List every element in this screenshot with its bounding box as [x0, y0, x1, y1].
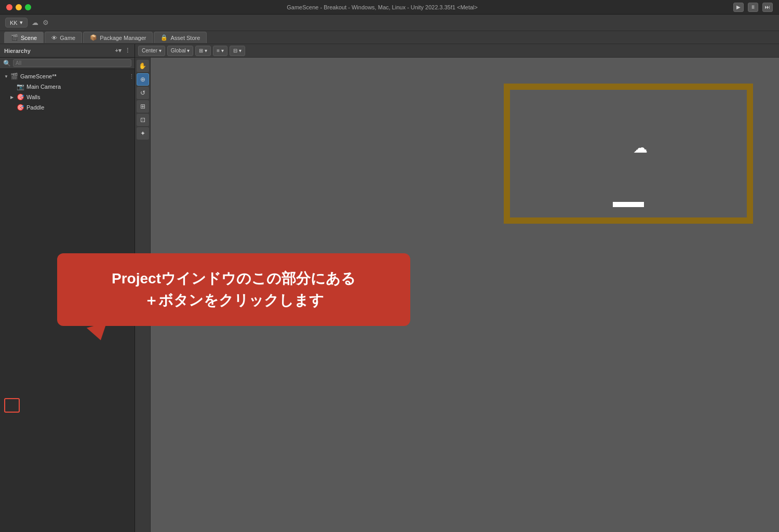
move-tool[interactable]: ⊕: [137, 73, 149, 86]
callout-line1: Projectウインドウのこの部分にある: [112, 268, 356, 290]
hierarchy-header: Hierarchy +▾ ⋮: [0, 44, 135, 58]
pause-button[interactable]: ⏸: [748, 3, 758, 12]
layout1-dropdown[interactable]: ⊞ ▾: [195, 46, 211, 56]
hierarchy-title: Hierarchy: [4, 48, 31, 54]
pkg-tab-icon: 📦: [90, 34, 97, 41]
global-dropdown[interactable]: Global ▾: [167, 46, 194, 56]
scale-tool[interactable]: ⊞: [137, 100, 149, 113]
dropdown-arrow-icon: ▾: [20, 19, 23, 26]
game-paddle: [613, 202, 644, 207]
play-button[interactable]: ▶: [733, 3, 744, 12]
callout-line2: ＋ボタンをクリックします: [144, 290, 324, 311]
scene-tab-icon: 🎬: [11, 34, 18, 41]
game-viewport-frame: ☁: [504, 84, 753, 224]
tab-package-manager[interactable]: 📦 Package Manager: [83, 32, 153, 43]
titlebar: GameScene - Breakout - Windows, Mac, Lin…: [0, 0, 779, 15]
traffic-lights: [6, 4, 31, 10]
hierarchy-add-icon[interactable]: +▾: [115, 47, 122, 54]
scene-toolbar: Center ▾ Global ▾ ⊞ ▾ ≡ ▾ ⊟ ▾: [135, 44, 779, 58]
step-button[interactable]: ⏭: [762, 3, 773, 12]
tree-item-walls[interactable]: ▶ 🎯 Walls: [0, 92, 135, 102]
tree-label-walls: Walls: [26, 94, 40, 100]
rect-tool[interactable]: ⊡: [137, 114, 149, 126]
center-label: Center ▾: [142, 48, 162, 53]
close-button[interactable]: [6, 4, 12, 10]
tree-item-paddle[interactable]: 🎯 Paddle: [0, 102, 135, 113]
callout-bubble: Projectウインドウのこの部分にある ＋ボタンをクリックします: [57, 253, 410, 326]
tree-item-main-camera[interactable]: 📷 Main Camera: [0, 81, 135, 92]
layout3-dropdown[interactable]: ⊟ ▾: [230, 46, 245, 56]
rotate-tool[interactable]: ↺: [137, 87, 149, 99]
walls-expand-arrow-icon: ▶: [10, 95, 17, 100]
tab-scene[interactable]: 🎬 Scene: [4, 32, 44, 43]
hierarchy-menu-icon[interactable]: ⋮: [125, 47, 130, 54]
hand-tool[interactable]: ✋: [137, 60, 149, 72]
tree-label-paddle: Paddle: [26, 104, 44, 111]
transform-tool[interactable]: ✦: [137, 127, 149, 140]
paddle-object-icon: 🎯: [17, 104, 24, 111]
tree-item-gamescene[interactable]: ▼ 🎬 GameScene* ⋮: [0, 71, 135, 81]
window-title: GameScene - Breakout - Windows, Mac, Lin…: [31, 4, 733, 10]
asset-tab-icon: 🔒: [160, 34, 168, 41]
scene-tab-label: Scene: [21, 35, 37, 41]
cloud-icon[interactable]: ☁: [32, 19, 38, 26]
scene-object-icon: 🎬: [10, 73, 18, 80]
camera-gizmo-icon: ☁: [633, 139, 648, 156]
hierarchy-search-bar: 🔍: [0, 58, 135, 69]
layout2-dropdown[interactable]: ≡ ▾: [213, 46, 227, 56]
game-tab-label: Game: [60, 35, 75, 41]
tab-game[interactable]: 👁 Game: [45, 32, 82, 43]
expand-arrow-icon: ▼: [4, 74, 10, 79]
tree-label-gamescene: GameScene*: [20, 73, 57, 79]
tree-label-main-camera: Main Camera: [26, 84, 61, 90]
global-label: Global ▾: [171, 48, 190, 53]
tab-asset-store[interactable]: 🔒 Asset Store: [154, 32, 207, 43]
hierarchy-header-icons: +▾ ⋮: [115, 47, 130, 54]
game-tab-icon: 👁: [51, 35, 57, 41]
pkg-tab-label: Package Manager: [100, 35, 146, 41]
asset-tab-label: Asset Store: [170, 35, 200, 41]
center-dropdown[interactable]: Center ▾: [138, 46, 165, 56]
accountbar: KK ▾ ☁ ⚙: [0, 15, 779, 31]
layout2-label: ≡ ▾: [217, 48, 224, 53]
search-icon: 🔍: [3, 60, 11, 67]
minimize-button[interactable]: [16, 4, 22, 10]
account-avatar: KK: [10, 20, 18, 26]
tab-bar: 🎬 Scene 👁 Game 📦 Package Manager 🔒 Asset…: [0, 31, 779, 44]
layout1-label: ⊞ ▾: [199, 48, 207, 53]
playbar: ▶ ⏸ ⏭: [733, 3, 773, 12]
camera-object-icon: 📷: [17, 83, 24, 90]
walls-object-icon: 🎯: [17, 93, 24, 101]
layout3-label: ⊟ ▾: [233, 48, 241, 53]
gamescene-menu-icon[interactable]: ⋮: [129, 73, 135, 80]
hierarchy-search-input[interactable]: [13, 59, 131, 67]
maximize-button[interactable]: [25, 4, 31, 10]
account-pill[interactable]: KK ▾: [5, 18, 28, 28]
gear-icon[interactable]: ⚙: [43, 19, 49, 26]
